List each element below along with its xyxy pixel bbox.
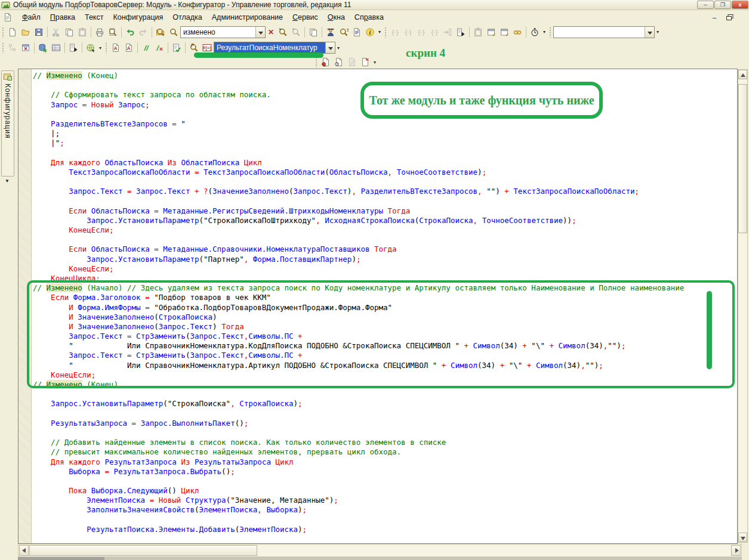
close-window-icon[interactable] (19, 41, 32, 54)
toolbar-overflow-caret[interactable]: ▾ (335, 45, 341, 51)
print-icon[interactable] (93, 26, 106, 39)
configuration-window-icon[interactable] (50, 41, 63, 54)
cut-icon[interactable] (50, 26, 63, 39)
scroll-down-button[interactable] (738, 533, 747, 542)
paste-template-icon[interactable] (471, 26, 485, 39)
menu-item-окна[interactable]: Окна (323, 11, 350, 23)
comment-lines-icon[interactable]: // (140, 41, 153, 54)
clear-bookmarks-icon[interactable]: × (359, 55, 372, 69)
quick-search-combo[interactable] (553, 26, 655, 38)
toolbar-grip[interactable] (2, 42, 4, 53)
compare-config-icon[interactable] (67, 41, 80, 54)
clear-search-button[interactable]: ✕ (266, 26, 276, 38)
procedures-combo[interactable]: РезультатПоискаНоменклатур (214, 42, 335, 54)
toolbar-grip[interactable] (105, 42, 107, 53)
open-in-module-icon[interactable] (441, 26, 454, 39)
links-icon[interactable] (511, 26, 524, 39)
menu-item-сервис[interactable]: Сервис (288, 11, 323, 23)
find-icon[interactable] (167, 26, 180, 39)
menu-item-справка[interactable]: Справка (350, 11, 389, 23)
toolbar-overflow-caret[interactable]: ▾ (541, 29, 547, 35)
annotation-note-text: Тот же модуль и таже функция чуть ниже (369, 94, 594, 107)
performance-measure-icon[interactable] (528, 26, 541, 39)
code-line: КонецЕсли; (33, 264, 737, 274)
format-block-alt-icon[interactable]: A (122, 41, 135, 54)
svg-text:A: A (113, 45, 117, 51)
hierarchy-icon[interactable] (6, 41, 19, 54)
goto-line-icon[interactable]: {·} (428, 26, 441, 39)
procedures-combo-dropdown-icon[interactable] (325, 42, 335, 53)
template-list-icon[interactable] (498, 26, 511, 39)
mdi-restore-button[interactable] (725, 14, 735, 22)
toolbar-overflow-caret[interactable]: ▾ (377, 29, 383, 35)
syntax-check-icon[interactable] (324, 26, 337, 39)
quick-search-combo-value[interactable] (554, 27, 645, 38)
menu-item-правка[interactable]: Правка (45, 11, 80, 23)
menu-item-файл[interactable]: Файл (17, 11, 45, 23)
minimize-button[interactable]: – (697, 1, 714, 9)
scroll-right-button[interactable] (731, 545, 741, 556)
horizontal-scroll-thumb[interactable] (29, 545, 257, 556)
procedures-combo-value[interactable]: РезультатПоискаНоменклатур (214, 42, 325, 53)
close-button[interactable]: x (732, 1, 748, 9)
check-modules-icon[interactable] (170, 41, 183, 54)
svg-text:?: ? (347, 27, 349, 33)
mdi-minimize-button[interactable]: – (710, 14, 719, 22)
next-procedure-icon[interactable]: {·} (415, 26, 428, 39)
menu-item-текст[interactable]: Текст (80, 11, 108, 23)
code-line: РазделительВТекстеЗапросов = " (33, 119, 737, 129)
toolbar-grip[interactable] (315, 57, 318, 67)
previous-procedure-icon[interactable]: {·} (402, 26, 415, 39)
next-bookmark-icon[interactable]: ? (332, 55, 346, 69)
configurator-window: Общий модуль ПодборТоваровСервер: Модуль… (0, 0, 749, 560)
print-preview-icon[interactable] (106, 26, 119, 39)
format-block-icon[interactable]: A (109, 41, 122, 54)
search-combo[interactable]: изменено (180, 26, 266, 38)
dock-tab-configuration[interactable]: Конфигурация (1, 70, 14, 177)
edit-template-icon[interactable] (485, 26, 498, 39)
find-next-icon[interactable] (276, 26, 289, 39)
menu-item-отладка[interactable]: Отладка (168, 11, 206, 23)
horizontal-scrollbar[interactable] (18, 544, 742, 557)
uncomment-lines-icon[interactable]: /× (153, 41, 166, 54)
menu-item-конфигурация[interactable]: Конфигурация (108, 11, 168, 23)
copy-fragment-icon[interactable] (307, 26, 320, 39)
find-in-files-icon[interactable] (154, 26, 167, 39)
search-combo-value[interactable]: изменено (181, 27, 255, 38)
module-text-icon[interactable] (350, 26, 363, 39)
undo-icon[interactable] (124, 26, 137, 39)
toolbar-grip[interactable] (549, 27, 551, 38)
vertical-scroll-thumb[interactable] (738, 84, 747, 233)
quick-search-combo-dropdown-icon[interactable] (645, 27, 654, 38)
paste-icon[interactable] (76, 26, 89, 39)
toolbar-grip[interactable] (384, 27, 387, 38)
save-icon[interactable] (32, 26, 45, 39)
new-file-icon[interactable] (6, 26, 19, 39)
toolbar-overflow-caret[interactable]: ▾ (97, 45, 103, 51)
redo-icon[interactable] (137, 26, 150, 39)
code-line: КонецЕсли; (33, 225, 737, 235)
web-client-check-icon[interactable] (84, 41, 97, 54)
vertical-scrollbar[interactable] (738, 69, 748, 543)
menu-item-администрирование[interactable]: Администрирование (207, 11, 288, 23)
scroll-left-button[interactable] (19, 545, 29, 556)
toolbar-overflow-caret[interactable]: ▾ (372, 60, 378, 65)
dock-caret-icon[interactable]: ▼ (5, 178, 10, 184)
toolbar-overflow-caret[interactable]: ▾ (655, 29, 661, 35)
find-previous-icon[interactable] (289, 26, 303, 39)
toolbar-separator (64, 42, 65, 53)
goto-definition-icon[interactable]: {·} (389, 26, 402, 39)
toolbar-grip[interactable] (2, 27, 4, 38)
info-icon[interactable]: i (363, 26, 377, 39)
copy-icon[interactable] (63, 26, 76, 39)
update-db-config-icon[interactable] (36, 41, 50, 54)
show-in-tree-icon[interactable] (454, 26, 467, 39)
open-file-icon[interactable] (19, 26, 32, 39)
syntax-help-search-icon[interactable]: ? (337, 26, 350, 39)
search-combo-dropdown-icon[interactable] (255, 27, 265, 38)
svg-text:A: A (127, 45, 130, 51)
restore-button[interactable]: ❐ (714, 1, 731, 9)
scroll-up-button[interactable] (738, 70, 747, 79)
code-line: Если ОбластьПоиска = Метаданные.Регистры… (33, 206, 737, 216)
previous-bookmark-icon[interactable] (346, 55, 359, 69)
